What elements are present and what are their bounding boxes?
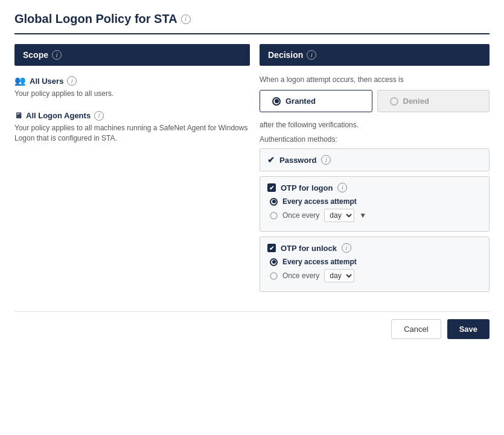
otp-unlock-every-radio: [270, 258, 278, 266]
otp-logon-checkbox[interactable]: ✔: [267, 183, 276, 192]
page-title-container: Global Logon Policy for STA i: [14, 12, 490, 34]
otp-unlock-day-select[interactable]: day: [324, 269, 354, 282]
agents-info-icon[interactable]: i: [94, 111, 104, 121]
otp-logon-every-access[interactable]: Every access attempt: [270, 197, 482, 206]
decision-panel: Decision i When a logon attempt occurs, …: [260, 44, 490, 297]
otp-unlock-every-label: Every access attempt: [282, 258, 357, 266]
otp-logon-info-icon[interactable]: i: [337, 183, 347, 192]
auth-methods-label: Authentication methods:: [260, 135, 490, 144]
scope-panel: Scope i 👥 All Users i Your policy applie…: [14, 44, 250, 297]
decision-info-icon[interactable]: i: [307, 50, 316, 60]
otp-unlock-once-radio: [270, 272, 278, 280]
otp-logon-once-every[interactable]: Once every day ▼: [270, 209, 482, 222]
all-agents-text: Your policy applies to all machines runn…: [14, 123, 250, 144]
users-icon: 👥: [14, 75, 26, 86]
otp-logon-title: ✔ OTP for logon i: [267, 183, 482, 192]
page-title-info-icon[interactable]: i: [181, 14, 191, 24]
otp-logon-day-select[interactable]: day: [324, 209, 354, 222]
otp-logon-once-radio: [270, 212, 278, 220]
main-layout: Scope i 👥 All Users i Your policy applie…: [14, 44, 490, 297]
decision-intro: When a logon attempt occurs, then access…: [260, 75, 490, 84]
after-text: after the following verifications.: [260, 121, 490, 129]
password-method-title: ✔ Password i: [267, 155, 482, 165]
otp-unlock-once-label: Once every: [282, 271, 319, 280]
all-users-label: All Users: [30, 77, 63, 86]
password-info-icon[interactable]: i: [321, 155, 331, 165]
page-title: Global Logon Policy for STA: [14, 12, 177, 26]
otp-logon-label: OTP for logon: [281, 183, 333, 192]
password-label: Password: [279, 156, 316, 165]
access-options: Granted Denied: [260, 90, 490, 112]
otp-unlock-checkbox[interactable]: ✔: [267, 244, 276, 252]
otp-unlock-info-icon[interactable]: i: [342, 243, 351, 253]
otp-logon-chevron-icon: ▼: [359, 211, 366, 220]
otp-logon-once-label: Once every: [282, 211, 319, 220]
otp-unlock-sub-options: Every access attempt Once every day: [267, 258, 482, 282]
denied-label: Denied: [403, 97, 429, 106]
scope-header-label: Scope: [23, 50, 48, 60]
users-info-icon[interactable]: i: [67, 76, 77, 86]
otp-logon-sub-options: Every access attempt Once every day ▼: [267, 197, 482, 222]
footer-buttons: Cancel Save: [14, 311, 490, 339]
decision-header: Decision i: [260, 44, 490, 66]
agents-icon: 🖥: [14, 111, 22, 120]
granted-label: Granted: [285, 97, 316, 106]
otp-unlock-title: ✔ OTP for unlock i: [267, 243, 482, 253]
otp-logon-method-box: ✔ OTP for logon i Every access attempt O…: [260, 176, 490, 232]
scope-header: Scope i: [14, 44, 250, 66]
otp-unlock-method-box: ✔ OTP for unlock i Every access attempt …: [260, 237, 490, 292]
denied-option[interactable]: Denied: [377, 90, 490, 112]
all-users-text: Your policy applies to all users.: [14, 89, 250, 99]
password-method-box: ✔ Password i: [260, 148, 490, 171]
otp-logon-every-label: Every access attempt: [282, 197, 357, 206]
all-agents-title: 🖥 All Logon Agents i: [14, 111, 250, 121]
granted-option[interactable]: Granted: [260, 90, 372, 112]
otp-unlock-label: OTP for unlock: [281, 244, 337, 253]
all-agents-label: All Logon Agents: [26, 111, 91, 120]
denied-radio: [390, 97, 398, 106]
all-users-title: 👥 All Users i: [14, 75, 250, 86]
otp-unlock-once-every[interactable]: Once every day: [270, 269, 482, 282]
cancel-button[interactable]: Cancel: [391, 319, 441, 339]
save-button[interactable]: Save: [447, 319, 490, 339]
otp-logon-every-radio: [270, 198, 278, 206]
decision-header-label: Decision: [268, 50, 303, 60]
password-checkmark: ✔: [267, 155, 275, 165]
scope-info-icon[interactable]: i: [52, 50, 62, 60]
otp-unlock-every-access[interactable]: Every access attempt: [270, 258, 482, 266]
granted-radio: [272, 97, 281, 106]
